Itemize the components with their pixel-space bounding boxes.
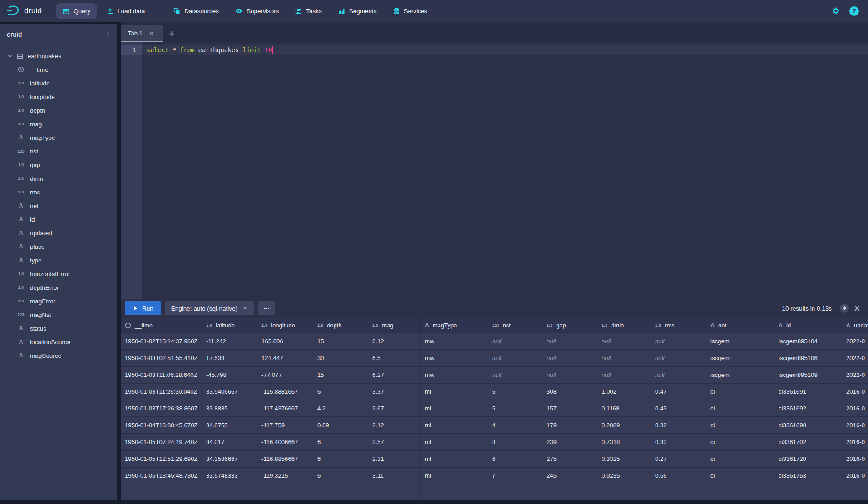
cell[interactable]: 0.1168 (597, 400, 651, 417)
nav-item-query[interactable]: Query (56, 3, 97, 19)
cell[interactable]: 179 (542, 417, 597, 434)
nav-item-load-data[interactable]: Load data (100, 3, 152, 19)
close-tab-icon[interactable] (148, 30, 154, 36)
cell[interactable]: 33.5748333 (202, 468, 257, 484)
cell[interactable]: iscgem (706, 367, 774, 384)
column-type[interactable]: Atype (0, 253, 117, 267)
cell[interactable]: 33.9406667 (202, 384, 257, 400)
cell[interactable]: ml (421, 417, 488, 434)
cell[interactable]: 6 (313, 384, 368, 400)
cell[interactable] (706, 484, 774, 500)
nav-item-tasks[interactable]: Tasks (288, 3, 329, 19)
engine-select[interactable]: Engine: auto (sql-native) (165, 301, 254, 315)
cell[interactable]: 33.8885 (202, 400, 257, 417)
cell[interactable]: 0.2889 (597, 417, 651, 434)
cell[interactable]: 0.47 (651, 384, 706, 400)
column-header-net[interactable]: Anet (706, 318, 774, 333)
cell[interactable]: 6.5 (368, 350, 421, 367)
column-header-longitude[interactable]: 1.0longitude (257, 318, 313, 333)
cell[interactable]: 8 (488, 434, 542, 451)
cell[interactable]: -11.242 (202, 333, 257, 350)
cell[interactable]: 0.32 (651, 417, 706, 434)
column-magError[interactable]: 1.0magError (0, 294, 117, 308)
cell[interactable]: 5 (488, 400, 542, 417)
column-updated[interactable]: Aupdated (0, 226, 117, 240)
column-magNst[interactable]: 123magNst (0, 308, 117, 321)
column-place[interactable]: Aplace (0, 240, 117, 253)
cell[interactable]: 1950-01-05T13:45:48.730Z (121, 468, 202, 484)
cell[interactable]: 15 (313, 333, 368, 350)
column-latitude[interactable]: 1.0latitude (0, 76, 117, 90)
cell[interactable] (202, 484, 257, 500)
nav-item-segments[interactable]: Segments (331, 3, 384, 19)
column-longitude[interactable]: 1.0longitude (0, 90, 117, 104)
column-net[interactable]: Anet (0, 199, 117, 212)
cell[interactable]: null (542, 333, 597, 350)
cell[interactable]: null (597, 333, 651, 350)
settings-button[interactable] (832, 7, 840, 15)
cell[interactable]: -115.8881667 (257, 384, 313, 400)
cell[interactable]: 6 (488, 384, 542, 400)
cell[interactable]: 2016-0 (842, 468, 868, 484)
cell[interactable]: -45.798 (202, 367, 257, 384)
cell[interactable]: ml (421, 451, 488, 468)
cell[interactable]: 3.37 (368, 384, 421, 400)
column-locationSource[interactable]: AlocationSource (0, 335, 117, 349)
cell[interactable]: 0.7318 (597, 434, 651, 451)
cell[interactable]: iscgem (706, 333, 774, 350)
cell[interactable] (257, 484, 313, 500)
cell[interactable]: 17.533 (202, 350, 257, 367)
cell[interactable]: 245 (542, 468, 597, 484)
cell[interactable]: 1950-01-05T12:51:29.690Z (121, 451, 202, 468)
cell[interactable]: 34.0755 (202, 417, 257, 434)
cell[interactable]: ci (706, 400, 774, 417)
druid-brand[interactable]: druid (6, 5, 42, 17)
caret-sort-icon[interactable] (105, 31, 111, 37)
cell[interactable]: 6.27 (368, 367, 421, 384)
cell[interactable]: -116.4006667 (257, 434, 313, 451)
cell[interactable]: ci (706, 384, 774, 400)
column-header-gap[interactable]: 1.0gap (542, 318, 597, 333)
column-status[interactable]: Astatus (0, 321, 117, 335)
cell[interactable]: iscgem895106 (774, 350, 842, 367)
cell[interactable]: 6 (313, 451, 368, 468)
column-nst[interactable]: 123nst (0, 144, 117, 158)
cell[interactable]: 2016-0 (842, 400, 868, 417)
query-more-button[interactable] (258, 301, 275, 315)
cell[interactable]: mw (421, 350, 488, 367)
cell[interactable]: null (651, 333, 706, 350)
cell[interactable]: 30 (313, 350, 368, 367)
cell[interactable]: ml (421, 468, 488, 484)
cell[interactable]: 34.3586667 (202, 451, 257, 468)
cell[interactable]: 6.12 (368, 333, 421, 350)
cell[interactable]: -117.759 (257, 417, 313, 434)
column-magType[interactable]: AmagType (0, 131, 117, 144)
column-depthError[interactable]: 1.0depthError (0, 281, 117, 294)
close-results-button[interactable] (853, 305, 861, 312)
cell[interactable]: null (597, 367, 651, 384)
cell[interactable]: -117.4376667 (257, 400, 313, 417)
column-header-rms[interactable]: 1.0rms (651, 318, 706, 333)
cell[interactable]: 275 (542, 451, 597, 468)
cell[interactable]: -77.077 (257, 367, 313, 384)
cell[interactable]: ci (706, 434, 774, 451)
cell[interactable] (421, 484, 488, 500)
column-header-id[interactable]: Aid (774, 318, 842, 333)
column-header-mag[interactable]: 1.0mag (368, 318, 421, 333)
cell[interactable]: 2.31 (368, 451, 421, 468)
cell[interactable]: 2022-0 (842, 350, 868, 367)
cell[interactable]: iscgem (706, 350, 774, 367)
cell[interactable]: 1950-01-05T07:24:19.740Z (121, 434, 202, 451)
cell[interactable]: null (542, 350, 597, 367)
cell[interactable]: 2.67 (368, 400, 421, 417)
column-header-dmin[interactable]: 1.0dmin (597, 318, 651, 333)
cell[interactable]: iscgem895104 (774, 333, 842, 350)
cell[interactable]: 2.12 (368, 417, 421, 434)
cell[interactable]: 2016-0 (842, 451, 868, 468)
datasource-earthquakes[interactable]: earthquakes (0, 49, 117, 63)
nav-more-button[interactable] (434, 3, 444, 19)
cell[interactable]: ml (421, 384, 488, 400)
column-__time[interactable]: __time (0, 63, 117, 76)
cell[interactable]: null (651, 367, 706, 384)
cell[interactable]: 1950-01-04T16:38:45.670Z (121, 417, 202, 434)
